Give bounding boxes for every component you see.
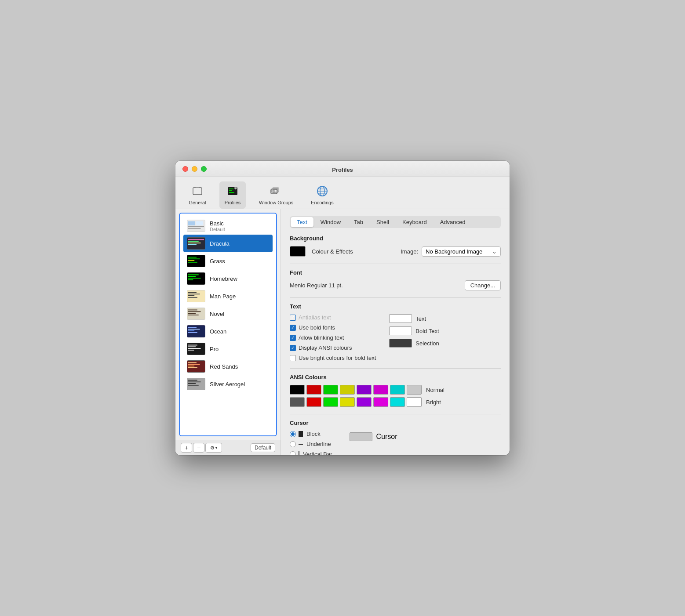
svg-rect-1 [196, 187, 199, 188]
vbar-label: Vertical Bar [303, 451, 332, 455]
radio-block[interactable] [290, 431, 296, 437]
svg-rect-24 [188, 239, 204, 240]
profile-name-manpage: Man Page [210, 293, 236, 300]
radio-underline[interactable] [290, 441, 296, 447]
cursor-color-swatch[interactable] [350, 432, 372, 441]
svg-rect-54 [188, 344, 197, 345]
checkbox-bright-bold[interactable] [290, 355, 296, 361]
ansi-normal-4[interactable] [357, 385, 372, 395]
ansi-normal-0[interactable] [290, 385, 305, 395]
svg-rect-32 [188, 262, 197, 263]
ansi-bright-0[interactable] [290, 397, 305, 407]
change-font-button[interactable]: Change... [465, 280, 501, 290]
ansi-normal-6[interactable] [390, 385, 405, 395]
profile-item-pro[interactable]: Pro [183, 340, 273, 358]
checkbox-ansi[interactable]: ✓ [290, 345, 296, 351]
profile-item-silveraerogel[interactable]: Silver Aerogel [183, 375, 273, 393]
cursor-label: Cursor [376, 433, 397, 441]
ansi-bright-4[interactable] [357, 397, 372, 407]
toolbar-item-profiles[interactable]: $ Profiles [219, 181, 246, 209]
tab-tab[interactable]: Tab [348, 217, 369, 227]
profile-list[interactable]: Basic Default Dracula Grass [179, 213, 277, 436]
checkbox-bold[interactable]: ✓ [290, 325, 296, 331]
profile-item-novel[interactable]: Novel [183, 305, 273, 322]
cursor-vbar-row: Vertical Bar [290, 451, 332, 455]
svg-rect-35 [188, 276, 196, 277]
svg-rect-67 [188, 385, 199, 386]
toolbar-item-general[interactable]: General [184, 181, 211, 209]
ansi-bright-7[interactable] [407, 397, 422, 407]
profile-thumb-pro [187, 343, 205, 355]
bold-text-color-swatch[interactable] [389, 326, 412, 335]
ansi-normal-3[interactable] [340, 385, 355, 395]
ansi-bright-5[interactable] [373, 397, 388, 407]
radio-vbar[interactable] [290, 451, 296, 456]
add-profile-button[interactable]: + [181, 443, 192, 453]
ansi-normal-1[interactable] [306, 385, 321, 395]
ansi-bright-3[interactable] [340, 397, 355, 407]
gear-menu-button[interactable]: ⚙ ▾ [205, 443, 222, 453]
text-title: Text [290, 303, 501, 310]
tab-shell[interactable]: Shell [370, 217, 395, 227]
toolbar-item-encodings[interactable]: Encodings [306, 181, 338, 209]
ansi-bright-row: Bright [290, 397, 501, 407]
background-section: Background Colour & Effects Image: No Ba… [290, 235, 501, 257]
background-color-swatch[interactable] [290, 246, 306, 257]
chevron-down-icon: ▾ [215, 446, 217, 450]
profile-thumb-novel [187, 308, 205, 320]
toolbar-item-window-groups[interactable]: $ 1 Window Groups [255, 181, 298, 209]
checkbox-blink[interactable]: ✓ [290, 335, 296, 341]
profile-item-manpage[interactable]: Man Page [183, 287, 273, 305]
profile-thumb-homebrew [187, 272, 205, 285]
ansi-normal-5[interactable] [373, 385, 388, 395]
svg-rect-0 [193, 188, 202, 195]
tab-advanced[interactable]: Advanced [434, 217, 472, 227]
svg-rect-61 [188, 366, 194, 366]
sidebar-footer: + − ⚙ ▾ Default [175, 440, 281, 455]
profile-item-ocean[interactable]: Ocean [183, 322, 273, 340]
encodings-icon [315, 184, 329, 198]
profile-thumb-manpage [187, 290, 205, 302]
tab-keyboard[interactable]: Keyboard [396, 217, 433, 227]
profile-name-pro: Pro [210, 346, 219, 352]
svg-rect-4 [229, 190, 232, 191]
remove-profile-button[interactable]: − [193, 443, 204, 453]
text-swatch-label: Text [415, 315, 426, 322]
selection-swatch-label: Selection [415, 340, 439, 347]
selection-color-swatch[interactable] [389, 339, 412, 348]
svg-rect-49 [188, 327, 197, 328]
image-label: Image: [401, 248, 418, 255]
svg-rect-34 [188, 274, 199, 275]
profile-name-grass: Grass [210, 258, 225, 265]
font-title: Font [290, 269, 501, 276]
svg-rect-39 [188, 292, 197, 293]
profile-thumb-ocean [187, 325, 205, 337]
toolbar: General $ Profiles [175, 177, 510, 209]
profile-item-basic[interactable]: Basic Default [183, 217, 273, 235]
ansi-bright-6[interactable] [390, 397, 405, 407]
text-options: ✓ Antialias text ✓ Use bold fonts [290, 314, 501, 361]
ansi-bright-label: Bright [426, 399, 441, 406]
text-swatch-row: Text [389, 314, 439, 323]
profile-item-dracula[interactable]: Dracula [183, 235, 273, 252]
tab-text[interactable]: Text [291, 217, 313, 227]
checkmark-icon: ✓ [291, 346, 295, 350]
profile-item-grass[interactable]: Grass [183, 252, 273, 270]
default-button[interactable]: Default [251, 443, 275, 452]
ansi-bright-2[interactable] [323, 397, 338, 407]
tab-window[interactable]: Window [314, 217, 347, 227]
ansi-normal-2[interactable] [323, 385, 338, 395]
ansi-normal-7[interactable] [407, 385, 422, 395]
profile-item-homebrew[interactable]: Homebrew [183, 270, 273, 287]
checkbox-antialias-row: ✓ Antialias text [290, 314, 376, 321]
profile-name-ocean: Ocean [210, 328, 226, 335]
text-color-swatch[interactable] [389, 314, 412, 323]
checkbox-antialias[interactable]: ✓ [290, 315, 296, 321]
window-title: Profiles [182, 167, 503, 173]
svg-rect-47 [188, 315, 199, 315]
profile-item-redsands[interactable]: Red Sands [183, 358, 273, 375]
profile-name-silveraerogel: Silver Aerogel [210, 381, 245, 388]
checkmark-icon: ✓ [291, 336, 295, 340]
ansi-bright-1[interactable] [306, 397, 321, 407]
image-select[interactable]: No Background Image ⌄ [422, 246, 501, 257]
